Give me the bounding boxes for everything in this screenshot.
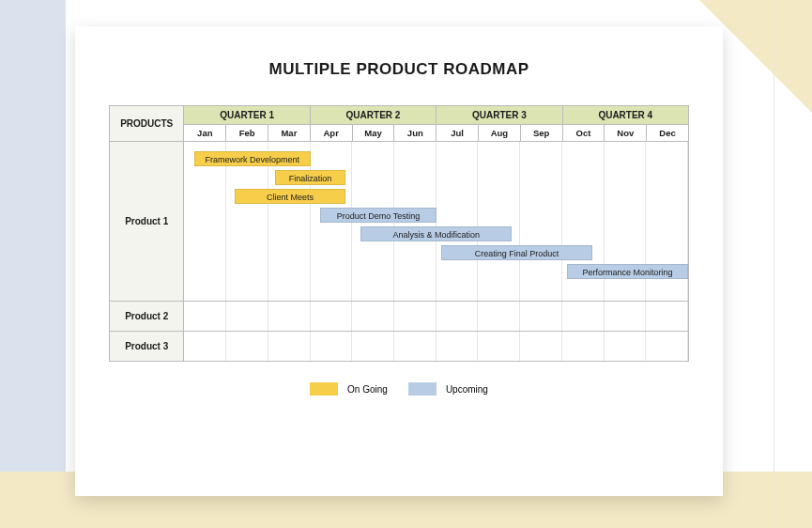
table-row: Product 2 bbox=[110, 302, 689, 332]
product-label-2: Product 2 bbox=[110, 302, 184, 332]
month-header: Aug bbox=[478, 125, 520, 142]
month-header: Sep bbox=[520, 125, 562, 142]
legend-item-upcoming: Upcoming bbox=[408, 382, 488, 396]
month-header: Nov bbox=[605, 125, 647, 142]
swatch-upcoming-icon bbox=[408, 382, 437, 396]
product-label-3: Product 3 bbox=[110, 332, 184, 362]
month-header: May bbox=[352, 125, 394, 142]
month-header: Feb bbox=[226, 125, 268, 142]
legend-label-upcoming: Upcoming bbox=[446, 384, 488, 395]
month-header: Jul bbox=[437, 125, 479, 142]
gantt-bar: Client Meets bbox=[235, 189, 345, 204]
quarter-header-3: QUARTER 3 bbox=[437, 106, 562, 125]
legend-label-ongoing: On Going bbox=[347, 384, 388, 395]
legend: On Going Upcoming bbox=[109, 382, 689, 396]
gantt-bar: Framework Development bbox=[194, 151, 310, 166]
quarter-header-2: QUARTER 2 bbox=[310, 106, 436, 125]
bg-vertical-line bbox=[774, 0, 774, 528]
timeline-wrap: Framework Development Finalization Clien… bbox=[184, 142, 688, 301]
swatch-ongoing-icon bbox=[310, 382, 338, 396]
table-row: Product 3 bbox=[110, 332, 689, 362]
gantt-area-product-3 bbox=[184, 332, 689, 362]
gantt-area-product-1: Framework Development Finalization Clien… bbox=[184, 142, 689, 302]
month-header: Oct bbox=[562, 125, 605, 142]
gantt-bar: Creating Final Product bbox=[441, 245, 592, 260]
gantt-bar: Analysis & Modification bbox=[360, 226, 512, 241]
quarter-header-1: QUARTER 1 bbox=[184, 106, 310, 125]
product-label-1: Product 1 bbox=[110, 142, 184, 302]
bg-left-panel bbox=[0, 0, 66, 528]
gantt-bar: Performance Monitoring bbox=[567, 264, 688, 279]
table-row: Product 1 Framework Development Finaliza… bbox=[110, 142, 689, 302]
month-header: Mar bbox=[268, 125, 311, 142]
gantt-bar: Product Demo Testing bbox=[320, 208, 436, 223]
gantt-area-product-2 bbox=[184, 302, 689, 332]
legend-item-ongoing: On Going bbox=[310, 382, 388, 396]
products-header: PRODUCTS bbox=[110, 106, 184, 142]
page-title: MULTIPLE PRODUCT ROADMAP bbox=[109, 60, 689, 79]
month-header: Jan bbox=[184, 125, 226, 142]
month-header: Dec bbox=[647, 125, 689, 142]
month-header: Jun bbox=[394, 125, 437, 142]
roadmap-table: PRODUCTS QUARTER 1 QUARTER 2 QUARTER 3 Q… bbox=[109, 105, 689, 362]
document-card: MULTIPLE PRODUCT ROADMAP PRODUCTS QUARTE… bbox=[75, 26, 723, 496]
month-header: Apr bbox=[310, 125, 352, 142]
quarter-header-4: QUARTER 4 bbox=[562, 106, 688, 125]
table-header: PRODUCTS QUARTER 1 QUARTER 2 QUARTER 3 Q… bbox=[110, 106, 689, 142]
gantt-bar: Finalization bbox=[275, 170, 345, 185]
